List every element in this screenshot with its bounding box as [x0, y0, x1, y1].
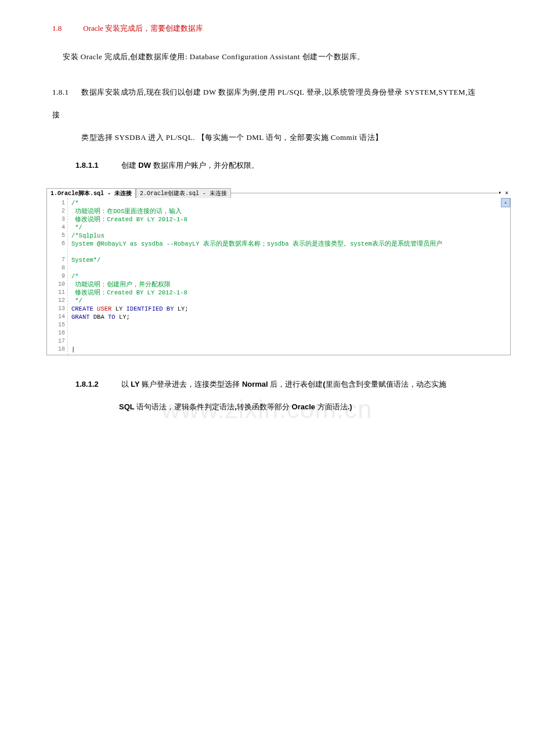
heading-1812: 1.8.1.2 以 LY 账户登录进去，连接类型选择 Normal 后，进行表创… — [75, 373, 482, 418]
editor-tabs: 1.Oracle脚本.sql - 未连接 2.Oracle创建表.sql - 未… — [46, 188, 511, 198]
section-title: Oracle 安装完成后，需要创建数据库 — [83, 24, 203, 33]
paragraph-intro: 安装 Oracle 完成后,创建数据库使用: Database Configur… — [63, 51, 482, 63]
heading-1812-line1: 以 LY 账户登录进去，连接类型选择 Normal 后，进行表创建(里面包含到变… — [121, 380, 446, 388]
tab-controls: ▾ ✕ — [498, 189, 511, 196]
tab-close-icon[interactable]: ✕ — [505, 189, 508, 196]
code-content[interactable]: /* 功能说明：在DOS里面连接的话，输入 修改说明：Created BY LY… — [68, 198, 510, 355]
subsection-text-line1: 数据库安装成功后,现在我们以创建 DW 数据库为例,使用 PL/SQL 登录,以… — [52, 88, 475, 119]
line-gutter: 12345 6 789101112131415161718 — [47, 198, 68, 355]
tab-1[interactable]: 1.Oracle脚本.sql - 未连接 — [46, 188, 136, 198]
heading-1811-text: 创建 DW 数据库用户账户，并分配权限。 — [121, 161, 259, 170]
heading-1811-number: 1.8.1.1 — [75, 161, 119, 170]
subsection-text-line2: 类型选择 SYSDBA 进入 PL/SQL. 【每实施一个 DML 语句，全部要… — [81, 126, 482, 149]
tab-spacer — [231, 193, 498, 193]
section-heading: 1.8 Oracle 安装完成后，需要创建数据库 — [52, 23, 482, 34]
subsection-number: 1.8.1 — [52, 81, 81, 103]
heading-1812-number: 1.8.1.2 — [75, 373, 119, 395]
tab-2[interactable]: 2.Oracle创建表.sql - 未连接 — [136, 188, 231, 198]
section-number: 1.8 — [52, 24, 81, 33]
heading-1812-line2: SQL 语句语法，逻辑条件判定语法,转换函数等部分 Oracle 方面语法.) — [119, 395, 482, 418]
scrollbar-track[interactable] — [501, 207, 510, 355]
editor-body: 12345 6 789101112131415161718 /* 功能说明：在D… — [46, 198, 511, 355]
code-editor: 1.Oracle脚本.sql - 未连接 2.Oracle创建表.sql - 未… — [46, 188, 511, 355]
scroll-up-icon[interactable]: ▴ — [501, 198, 510, 207]
tab-dropdown-icon[interactable]: ▾ — [498, 189, 501, 196]
subsection: 1.8.1数据库安装成功后,现在我们以创建 DW 数据库为例,使用 PL/SQL… — [52, 81, 482, 149]
heading-1811: 1.8.1.1 创建 DW 数据库用户账户，并分配权限。 — [75, 160, 482, 171]
